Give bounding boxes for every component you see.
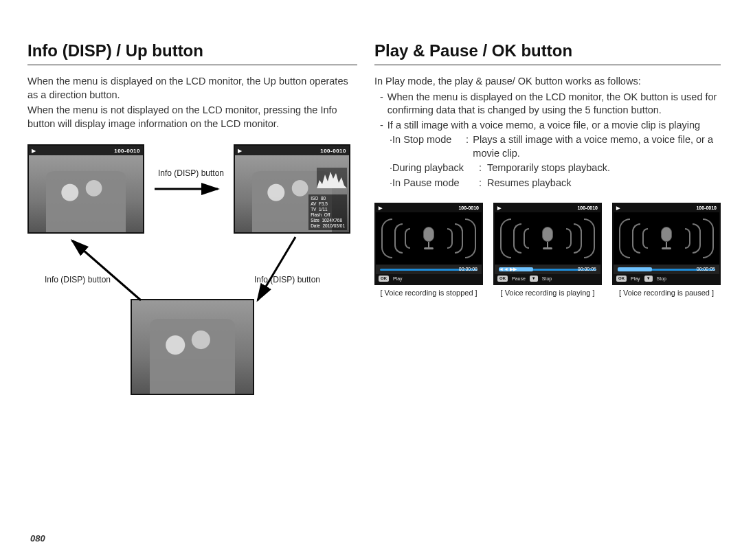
file-counter: 100-0010 [114, 148, 140, 154]
microphone-icon [540, 227, 555, 250]
play-mode-icon: ▶ [497, 205, 501, 211]
left-para-2: When the menu is not displayed on the LC… [27, 104, 357, 131]
microphone-icon [421, 227, 436, 250]
ok-key-icon: OK [379, 276, 389, 282]
voice-caption-stopped: [ Voice recording is stopped ] [374, 289, 483, 297]
voice-caption-playing: [ Voice recording is playing ] [493, 289, 602, 297]
left-heading: Info (DISP) / Up button [27, 41, 357, 60]
play-mode-icon: ▶ [238, 148, 242, 154]
mode-pause: ·In Pause mode:Resumes playback [390, 177, 721, 190]
mode-playback: ·During playback:Temporarily stops playb… [390, 161, 721, 175]
dash-item-1: -When the menu is displayed on the LCD m… [380, 91, 721, 117]
right-intro: In Play mode, the play & pause/ OK butto… [374, 75, 721, 89]
page-number: 080 [30, 533, 45, 544]
voice-screen-playing: ▶100-0010 ◄◄ ▶▶ 00:00:05 OK Pause ▼ Stop [493, 203, 602, 285]
svg-line-1 [258, 237, 295, 300]
right-rule [374, 65, 721, 65]
voice-screen-stopped: ▶100-0010 00:00:08 OK Play [374, 203, 483, 285]
play-mode-icon: ▶ [379, 205, 382, 211]
lcd-no-info [131, 299, 254, 395]
down-key-icon: ▼ [644, 276, 653, 282]
histogram-icon [317, 168, 347, 188]
play-mode-icon: ▶ [616, 205, 620, 211]
left-para-1: When the menu is displayed on the LCD mo… [27, 75, 357, 102]
ok-key-icon: OK [497, 276, 508, 282]
mode-stop: ·In Stop mode:Plays a still image with a… [390, 133, 721, 160]
arrow-icon [155, 182, 223, 199]
microphone-icon [659, 227, 674, 250]
image-info-overlay: ISO 80 AV F3.5 TV 1/11 Flash Off Size 10… [308, 194, 347, 231]
left-rule [27, 65, 357, 65]
right-heading: Play & Pause / OK button [374, 41, 721, 60]
lcd-full-info: ▶ 100-0010 ISO 80 AV F3.5 TV 1/11 Flash … [234, 144, 350, 234]
arrow-icon [65, 237, 155, 309]
voice-caption-paused: [ Voice recording is paused ] [612, 289, 721, 297]
disp-cycle-diagram: ▶ 100-0010 ▶ 100-0010 ISO 80 AV F3.5 TV … [27, 144, 357, 405]
right-column: Play & Pause / OK button In Play mode, t… [374, 41, 721, 405]
voice-screens-row: ▶100-0010 00:00:08 OK Play [ Voice recor… [374, 203, 721, 297]
svg-line-2 [72, 240, 141, 300]
voice-screen-paused: ▶100-0010 00:00:05 OK Play ▼ Stop [612, 203, 721, 285]
ok-key-icon: OK [616, 276, 627, 282]
dash-item-2: -If a still image with a voice memo, a v… [380, 119, 721, 133]
lcd-basic-info: ▶ 100-0010 [27, 144, 144, 234]
down-key-icon: ▼ [530, 276, 538, 282]
arrow-icon [254, 237, 323, 309]
file-counter: 100-0010 [320, 148, 346, 154]
play-mode-icon: ▶ [32, 148, 36, 154]
arrow-label-top: Info (DISP) button [158, 168, 224, 178]
left-column: Info (DISP) / Up button When the menu is… [27, 41, 357, 405]
